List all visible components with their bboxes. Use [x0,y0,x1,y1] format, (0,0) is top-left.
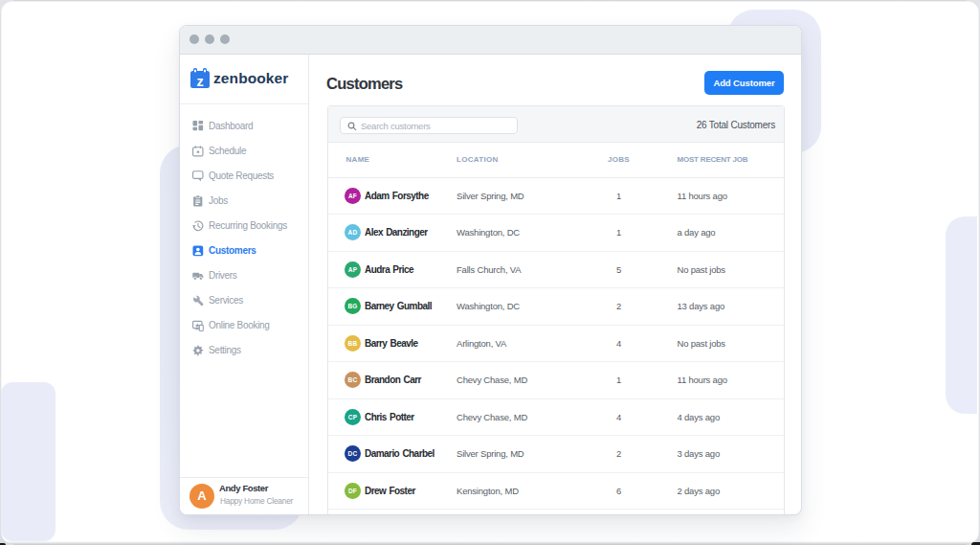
svg-text:z: z [196,74,203,89]
